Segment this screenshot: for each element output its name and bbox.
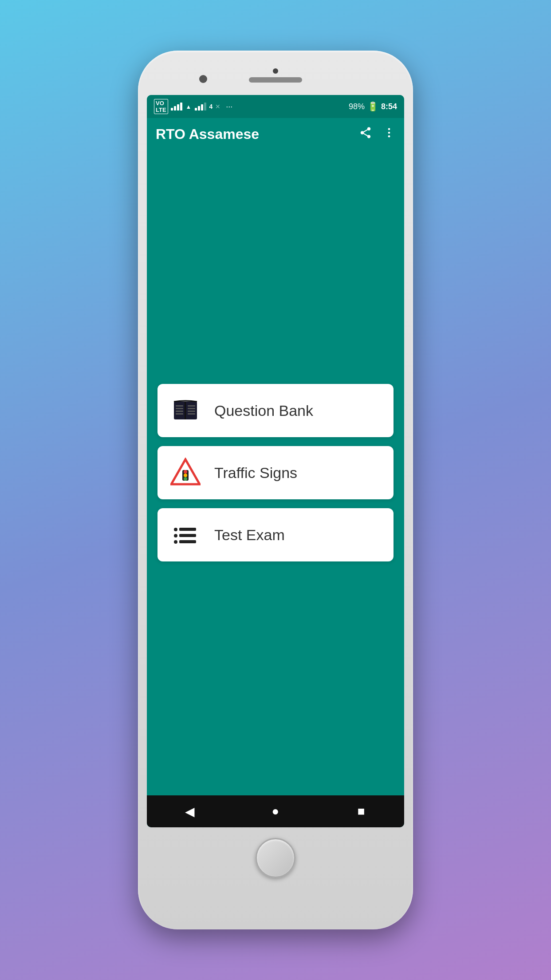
svg-rect-21 — [179, 534, 196, 537]
signal-bar-3 — [177, 104, 179, 111]
svg-rect-7 — [176, 411, 183, 412]
hardware-home-button[interactable] — [256, 838, 295, 878]
more-dots: ··· — [226, 102, 232, 111]
phone-top-hardware — [146, 64, 405, 95]
svg-rect-10 — [188, 408, 195, 409]
share-icon[interactable] — [359, 126, 372, 142]
test-exam-icon — [170, 519, 201, 550]
svg-point-2 — [388, 135, 390, 137]
svg-rect-9 — [188, 405, 195, 407]
bottom-nav-bar: ◀ ● ■ — [147, 795, 404, 827]
more-options-icon[interactable] — [383, 126, 395, 142]
test-exam-label: Test Exam — [214, 526, 285, 544]
svg-point-18 — [174, 528, 177, 531]
toolbar-icons — [359, 126, 395, 142]
main-content: Question Bank Traffic Signs — [147, 150, 404, 795]
traffic-signs-label: Traffic Signs — [214, 464, 297, 482]
phone-dot — [273, 68, 278, 74]
signal-bar-7 — [201, 104, 203, 111]
status-left: VOLTE ▲ 4 ✕ ··· — [154, 99, 232, 114]
svg-rect-11 — [188, 411, 195, 412]
phone-frame: VOLTE ▲ 4 ✕ ··· 98% — [138, 51, 413, 929]
signal-up-arrow: ▲ — [186, 103, 192, 110]
signal-x: ✕ — [215, 103, 220, 110]
svg-rect-12 — [188, 413, 195, 415]
phone-speaker — [249, 77, 302, 83]
test-exam-card[interactable]: Test Exam — [157, 508, 394, 561]
signal-bar-6 — [198, 106, 200, 111]
svg-rect-6 — [176, 408, 183, 409]
svg-point-20 — [174, 534, 177, 537]
svg-rect-23 — [179, 540, 196, 543]
phone-bottom-hardware — [146, 838, 405, 878]
signal-bars-2 — [195, 103, 206, 111]
svg-point-1 — [388, 131, 390, 134]
svg-point-22 — [174, 540, 177, 544]
svg-rect-5 — [176, 405, 183, 407]
question-bank-icon — [170, 395, 201, 426]
svg-rect-8 — [176, 413, 183, 415]
signal-bar-4 — [180, 103, 182, 111]
battery-level: 98% — [349, 102, 365, 111]
status-time: 8:54 — [381, 102, 397, 111]
app-toolbar: RTO Assamese — [147, 118, 404, 150]
volte-label: VOLTE — [154, 99, 168, 114]
svg-rect-19 — [179, 528, 196, 531]
screen: VOLTE ▲ 4 ✕ ··· 98% — [147, 95, 404, 827]
traffic-signs-card[interactable]: Traffic Signs — [157, 446, 394, 499]
battery-icon: 🔋 — [367, 101, 378, 112]
network-4g: 4 — [209, 103, 213, 110]
back-button[interactable]: ◀ — [177, 798, 203, 825]
svg-rect-4 — [185, 402, 186, 419]
question-bank-card[interactable]: Question Bank — [157, 384, 394, 437]
signal-bar-8 — [204, 103, 206, 111]
signal-bar-5 — [195, 108, 197, 111]
question-bank-label: Question Bank — [214, 402, 313, 419]
recent-apps-button[interactable]: ■ — [348, 798, 374, 825]
svg-point-15 — [184, 470, 187, 474]
svg-point-0 — [388, 128, 390, 130]
status-bar: VOLTE ▲ 4 ✕ ··· 98% — [147, 95, 404, 118]
signal-bar-2 — [174, 106, 176, 111]
signal-bar-1 — [171, 108, 173, 111]
home-button-nav[interactable]: ● — [262, 798, 289, 825]
phone-camera — [199, 75, 207, 83]
status-right: 98% 🔋 8:54 — [349, 101, 397, 112]
svg-point-17 — [184, 477, 187, 481]
traffic-signs-icon — [170, 457, 201, 488]
svg-point-16 — [184, 474, 187, 477]
app-title: RTO Assamese — [156, 126, 259, 142]
signal-bars — [171, 103, 182, 111]
